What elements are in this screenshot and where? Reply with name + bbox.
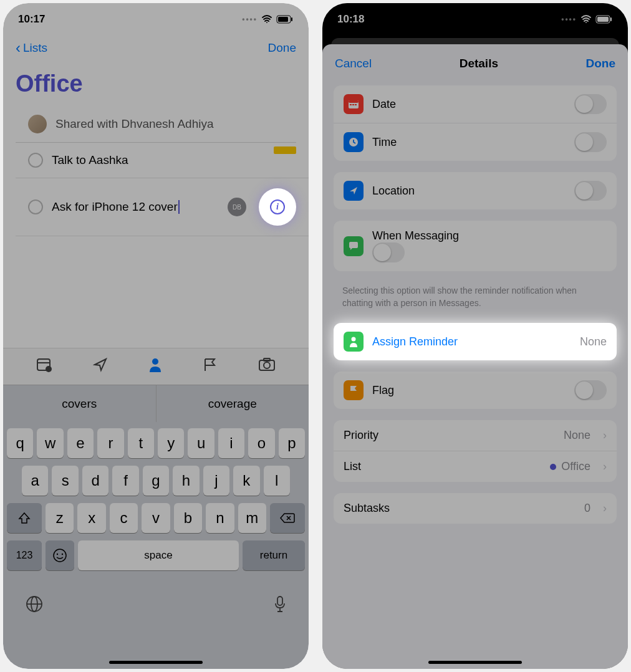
location-arrow-icon	[344, 181, 364, 201]
reminder-checkbox[interactable]	[28, 153, 43, 168]
key-l[interactable]: l	[264, 466, 290, 496]
key-b[interactable]: b	[174, 503, 202, 533]
keyboard-row-3: z x c v b n m	[7, 503, 305, 533]
flag-cell[interactable]: Flag	[334, 372, 617, 409]
subtasks-label: Subtasks	[344, 502, 576, 515]
back-label: Lists	[23, 41, 47, 55]
suggestion[interactable]: covers	[3, 385, 157, 422]
key-j[interactable]: j	[203, 466, 229, 496]
home-indicator[interactable]	[109, 661, 203, 664]
key-g[interactable]: g	[143, 466, 169, 496]
info-icon[interactable]: i	[270, 199, 285, 214]
mic-icon[interactable]	[274, 595, 286, 617]
date-cell[interactable]: Date	[334, 85, 617, 123]
home-indicator[interactable]	[428, 661, 522, 664]
reminder-text[interactable]: Talk to Aashka	[52, 153, 296, 167]
key-f[interactable]: f	[112, 466, 138, 496]
flag-icon[interactable]	[203, 357, 218, 376]
person-icon[interactable]	[148, 357, 162, 376]
svg-point-5	[46, 366, 52, 372]
key-z[interactable]: z	[46, 503, 74, 533]
key-d[interactable]: d	[82, 466, 108, 496]
key-y[interactable]: y	[158, 428, 184, 458]
clock-icon	[344, 132, 364, 152]
subtasks-value: 0	[584, 502, 590, 515]
key-n[interactable]: n	[206, 503, 234, 533]
done-button[interactable]: Done	[586, 57, 616, 70]
list-cell[interactable]: List Office ›	[334, 451, 617, 482]
key-e[interactable]: e	[67, 428, 94, 458]
messaging-toggle[interactable]	[372, 242, 405, 262]
text-cursor	[178, 200, 180, 214]
key-v[interactable]: v	[142, 503, 170, 533]
key-t[interactable]: t	[128, 428, 154, 458]
globe-icon[interactable]	[26, 595, 43, 617]
key-c[interactable]: c	[110, 503, 138, 533]
svg-rect-18	[597, 17, 609, 22]
keyboard-row-2: a s d f g h j k l	[7, 466, 305, 496]
assign-reminder-cell[interactable]: Assign Reminder None	[334, 323, 617, 360]
section-priority-list: Priority None › List Office ›	[334, 420, 617, 482]
key-u[interactable]: u	[188, 428, 214, 458]
back-button[interactable]: ‹ Lists	[16, 39, 47, 57]
details-sheet: Cancel Details Done Date Time	[322, 44, 628, 669]
suggestion[interactable]: coverage	[157, 385, 309, 422]
svg-rect-21	[349, 100, 359, 103]
key-r[interactable]: r	[97, 428, 123, 458]
calendar-icon[interactable]	[36, 357, 52, 376]
camera-icon[interactable]	[258, 357, 276, 376]
location-label: Location	[372, 185, 566, 198]
key-k[interactable]: k	[233, 466, 259, 496]
key-s[interactable]: s	[52, 466, 78, 496]
reminder-row-editing[interactable]: Ask for iPhone 12 cover DB i	[16, 178, 309, 236]
keyboard[interactable]: q w e r t y u i o p a s d f g h j k l z	[3, 422, 309, 669]
key-p[interactable]: p	[279, 428, 305, 458]
svg-point-6	[152, 358, 158, 365]
status-bar: 10:17 ••••	[3, 3, 309, 31]
phone-right: 10:18 •••• Cancel Details Done Date	[322, 3, 628, 669]
key-i[interactable]: i	[218, 428, 244, 458]
key-m[interactable]: m	[238, 503, 266, 533]
messaging-cell[interactable]: When Messaging	[334, 221, 617, 271]
flag-toggle[interactable]	[574, 380, 607, 400]
assignee-badge[interactable]: DB	[228, 198, 246, 216]
shift-icon	[18, 512, 31, 524]
reminder-row[interactable]: Talk to Aashka	[16, 143, 309, 178]
key-q[interactable]: q	[7, 428, 33, 458]
time-cell[interactable]: Time	[334, 123, 617, 161]
svg-point-8	[264, 362, 270, 368]
location-arrow-icon[interactable]	[93, 357, 108, 376]
subtasks-cell[interactable]: Subtasks 0 ›	[334, 493, 617, 524]
backspace-key[interactable]	[270, 503, 305, 533]
priority-value: None	[564, 429, 590, 442]
time-toggle[interactable]	[574, 132, 607, 152]
cancel-button[interactable]: Cancel	[335, 57, 372, 70]
return-key[interactable]: return	[243, 540, 305, 570]
priority-label: Priority	[344, 429, 555, 442]
nav-bar: ‹ Lists Done	[3, 31, 309, 65]
reminder-text-input[interactable]: Ask for iPhone 12 cover	[52, 200, 219, 214]
key-x[interactable]: x	[77, 503, 105, 533]
assign-reminder-section: Assign Reminder None	[334, 323, 617, 360]
key-h[interactable]: h	[173, 466, 199, 496]
messaging-label: When Messaging	[372, 229, 607, 262]
date-toggle[interactable]	[574, 94, 607, 114]
key-o[interactable]: o	[248, 428, 274, 458]
location-cell[interactable]: Location	[334, 172, 617, 209]
space-key[interactable]: space	[78, 540, 239, 570]
key-w[interactable]: w	[37, 428, 63, 458]
reminder-checkbox[interactable]	[28, 199, 43, 214]
key-a[interactable]: a	[22, 466, 48, 496]
flag-label: Flag	[372, 384, 566, 397]
done-button[interactable]: Done	[268, 41, 296, 55]
cellular-dots-icon: ••••	[242, 15, 258, 24]
shift-key[interactable]	[7, 503, 42, 533]
svg-rect-16	[277, 597, 282, 605]
shared-with-row[interactable]: Shared with Dhvanesh Adhiya	[16, 110, 296, 143]
location-toggle[interactable]	[574, 181, 607, 201]
numbers-key[interactable]: 123	[7, 540, 42, 570]
sheet-title: Details	[460, 57, 498, 70]
emoji-key[interactable]	[46, 540, 74, 570]
priority-cell[interactable]: Priority None ›	[334, 420, 617, 451]
section-location: Location	[334, 172, 617, 209]
